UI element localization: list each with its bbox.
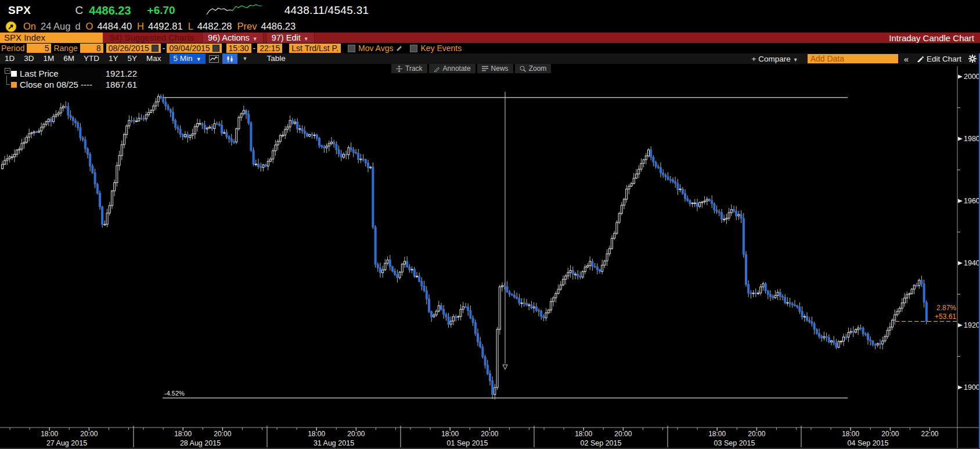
candle-body — [265, 165, 266, 166]
candle-body — [779, 292, 781, 296]
line-chart-type-button[interactable] — [206, 53, 222, 64]
candle-body — [694, 203, 696, 203]
tab-range-5y[interactable]: 5Y — [123, 53, 142, 64]
candle-body — [848, 332, 849, 337]
candle-body — [518, 299, 520, 303]
candle-body — [872, 341, 874, 344]
chart-legend: −Last Price1921.22Close on 08/25 ----186… — [3, 68, 138, 90]
candle-body — [131, 120, 132, 121]
tab-range-1d[interactable]: 1D — [0, 53, 19, 64]
y-tick-arrow — [958, 324, 963, 328]
zoom-tool-button[interactable]: Zoom — [515, 64, 552, 73]
candle-body — [662, 173, 664, 175]
candle-body — [311, 135, 313, 135]
gear-icon[interactable] — [968, 55, 977, 63]
mov-avgs-checkbox[interactable] — [348, 45, 355, 52]
tab-range-ytd[interactable]: YTD — [79, 53, 104, 64]
y-tick-arrow — [958, 75, 963, 79]
candle-body — [387, 260, 388, 264]
candlestick-chart-canvas[interactable]: -4.52%19001920194019601980200018:0020:00… — [0, 64, 980, 449]
range-input[interactable]: 8 — [80, 44, 103, 53]
collapse-panel-button[interactable]: « — [904, 54, 909, 64]
candle-body — [309, 135, 311, 137]
date-from-input[interactable]: 08/26/2015 — [106, 44, 161, 53]
security-field[interactable]: SPX Index — [0, 33, 103, 43]
collapse-icon[interactable]: − — [5, 68, 10, 74]
interval-select[interactable]: 5 Min▼ — [170, 53, 206, 64]
tab-range-1y[interactable]: 1Y — [104, 53, 123, 64]
edit-chart-button[interactable]: Edit Chart — [917, 55, 961, 63]
candle-body — [14, 155, 16, 157]
candle-body — [487, 365, 488, 374]
price-source-select[interactable]: Lst Trd/Lst P. — [289, 44, 341, 53]
date-to-input[interactable]: 09/04/2015 — [167, 44, 221, 53]
candle-chart-type-button[interactable] — [222, 53, 237, 64]
close-label: C — [75, 4, 84, 17]
time-to-input[interactable]: 22:15 — [257, 44, 282, 53]
candle-body — [714, 204, 715, 210]
y-axis-label: 1940 — [964, 259, 980, 267]
candle-body — [723, 219, 725, 220]
key-events-checkbox[interactable] — [410, 45, 417, 52]
y-tick-arrow — [958, 386, 963, 390]
candle-body — [657, 167, 659, 168]
add-data-input[interactable] — [808, 54, 898, 63]
compare-button[interactable]: + Compare▼ — [752, 55, 798, 63]
annotate-tool-button[interactable]: Annotate — [429, 64, 475, 73]
candle-body — [143, 118, 145, 119]
candle-body — [628, 186, 630, 189]
actions-menu[interactable]: 96) Actions▼ — [202, 33, 264, 43]
chart-type-more-dropdown[interactable]: ▼ — [237, 56, 253, 62]
candle-body — [153, 106, 154, 110]
time-from-input[interactable]: 15:30 — [226, 44, 251, 53]
candle-body — [489, 373, 491, 380]
period-input[interactable]: 5 — [27, 44, 51, 53]
tab-range-6m[interactable]: 6M — [59, 53, 79, 64]
period-label: Period — [1, 44, 24, 53]
on-label: On — [23, 21, 36, 32]
time-tick-label: 18:00 — [575, 430, 592, 438]
tab-range-3d[interactable]: 3D — [19, 53, 38, 64]
candle-body — [441, 306, 442, 309]
candle-body — [563, 279, 564, 285]
calendar-icon[interactable] — [152, 45, 158, 52]
time-tick-label: 22:00 — [921, 430, 938, 438]
prev-label: Prev — [237, 21, 257, 32]
calendar-icon[interactable] — [212, 45, 219, 52]
candle-body — [350, 148, 352, 150]
news-tool-button[interactable]: News — [477, 64, 513, 73]
candle-body — [918, 280, 920, 286]
candle-body — [474, 322, 476, 333]
candle-body — [435, 311, 437, 315]
tab-range-1m[interactable]: 1M — [39, 53, 59, 64]
candle-body — [75, 121, 77, 123]
candle-body — [528, 305, 530, 306]
candle-body — [145, 115, 147, 119]
tree-corner-line — [6, 76, 10, 85]
candle-body — [63, 106, 64, 108]
date-label: 02 Sep 2015 — [581, 439, 622, 447]
candle-body — [806, 317, 808, 321]
suggested-charts-menu[interactable]: 94) Suggested Charts — [110, 33, 194, 42]
candle-body — [96, 184, 98, 193]
candle-body — [355, 152, 357, 153]
table-button[interactable]: Table — [262, 53, 290, 64]
candle-body — [797, 306, 798, 307]
candle-body — [901, 303, 903, 308]
track-tool-button[interactable]: Track — [391, 64, 427, 73]
candle-body — [450, 321, 452, 325]
annotate-icon — [434, 66, 440, 72]
candle-body — [438, 306, 439, 311]
legend-item: −Last Price1921.22 — [3, 68, 138, 79]
candle-body — [804, 317, 805, 317]
pencil-icon[interactable] — [395, 45, 403, 52]
tab-range-max[interactable]: Max — [142, 53, 166, 64]
candle-body — [45, 122, 47, 125]
candle-body — [470, 311, 471, 318]
candle-body — [547, 310, 549, 313]
edit-menu[interactable]: 97) Edit▼ — [266, 33, 315, 43]
candle-body — [467, 307, 469, 310]
candle-body — [397, 275, 398, 278]
time-separator: - — [253, 44, 256, 53]
candle-body — [89, 155, 91, 167]
